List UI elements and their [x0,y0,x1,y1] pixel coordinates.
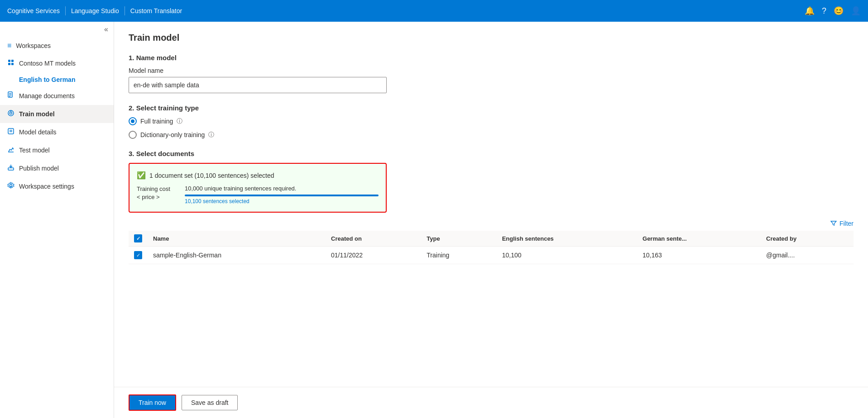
nav-divider-1 [65,6,66,15]
sidebar-item-workspaces[interactable]: ≡ Workspaces [0,37,114,54]
row-checkbox-cell[interactable]: ✓ [129,247,148,264]
sidebar-label-publish-model: Publish model [19,165,59,172]
row-checkbox[interactable]: ✓ [134,251,142,259]
sidebar-item-test-model[interactable]: Test model [0,141,114,159]
manage-documents-icon [7,91,14,100]
th-checkbox: ✓ [129,231,148,247]
training-cost-label: Training cost< price > [137,185,177,201]
filter-label: Filter [839,220,854,227]
th-german-sentences: German sente... [637,231,761,247]
radio-circle-dictionary[interactable] [129,131,137,139]
row-created-on: 01/11/2022 [326,247,421,264]
section-select-documents: 3. Select documents ✅ 1 document set (10… [129,150,854,264]
row-name: sample-English-German [148,247,326,264]
filter-button[interactable]: Filter [830,220,854,227]
row-english-sentences: 10,100 [497,247,637,264]
model-name-input[interactable] [129,77,387,93]
th-type: Type [421,231,496,247]
workspaces-icon: ≡ [7,42,11,50]
topnav-right-icons: 🔔 ? 😊 👤 [805,6,861,16]
sidebar-collapse-control[interactable]: « [0,22,114,37]
nav-divider-2 [125,6,125,15]
radio-dictionary-only[interactable]: Dictionary-only training ⓘ [129,131,854,139]
dictionary-training-info-icon[interactable]: ⓘ [208,131,214,139]
radio-circle-full[interactable] [129,117,137,125]
header-checkbox[interactable]: ✓ [134,234,142,242]
radio-full-training[interactable]: Full training ⓘ [129,117,854,125]
model-name-label: Model name [129,67,854,74]
sidebar-item-publish-model[interactable]: Publish model [0,159,114,177]
section1-title: 1. Name model [129,54,854,62]
model-details-icon [7,128,14,137]
th-name: Name [148,231,326,247]
selection-summary-box: ✅ 1 document set (10,100 sentences) sele… [129,163,387,213]
sidebar-item-english-to-german[interactable]: English to German [19,72,114,87]
documents-table: ✓ Name Created on Type English sentences… [129,231,854,264]
radio-label-dictionary: Dictionary-only training [140,131,205,138]
train-model-icon [7,109,14,119]
svg-rect-15 [8,168,14,170]
check-circle-icon: ✅ [137,171,146,180]
section-name-model: 1. Name model Model name [129,54,854,93]
brand-cognitive-services[interactable]: Cognitive Services [7,7,60,14]
nav-link-language-studio[interactable]: Language Studio [71,7,119,14]
sidebar-label-model-details: Model details [19,128,57,136]
sidebar-label-contoso-mt: Contoso MT models [19,60,76,67]
sidebar-label-workspaces: Workspaces [16,42,51,49]
sidebar-label-train-model: Train model [19,110,55,118]
row-german-sentences: 10,163 [637,247,761,264]
top-navigation: Cognitive Services Language Studio Custo… [0,0,868,22]
sidebar-label-test-model: Test model [19,147,50,154]
svg-rect-2 [8,63,10,65]
progress-bar-fill [185,195,379,196]
sidebar-label-workspace-settings: Workspace settings [19,183,74,190]
bell-icon[interactable]: 🔔 [805,6,815,16]
section-training-type: 2. Select training type Full training ⓘ … [129,104,854,139]
sidebar: « ≡ Workspaces Contoso MT models English… [0,22,114,418]
svg-rect-1 [11,60,14,62]
page-title: Train model [129,33,854,43]
sidebar-item-manage-documents[interactable]: Manage documents [0,87,114,105]
save-draft-button[interactable]: Save as draft [182,395,238,410]
feedback-icon[interactable]: 😊 [834,6,844,16]
row-created-by: @gmail.... [761,247,854,264]
sidebar-item-train-model[interactable]: Train model [0,105,114,123]
table-row: ✓ sample-English-German 01/11/2022 Train… [129,247,854,264]
training-type-radio-group: Full training ⓘ Dictionary-only training… [129,117,854,139]
full-training-info-icon[interactable]: ⓘ [177,117,182,125]
filter-icon [830,220,837,227]
sidebar-collapse-button[interactable]: « [104,25,108,33]
table-header: ✓ Name Created on Type English sentences… [129,231,854,247]
sidebar-item-contoso-mt[interactable]: Contoso MT models [0,54,114,72]
row-type: Training [421,247,496,264]
summary-text: 1 document set (10,100 sentences) select… [149,172,274,179]
user-icon[interactable]: 👤 [851,6,861,16]
sidebar-item-workspace-settings[interactable]: Workspace settings [0,177,114,195]
main-content: Train model 1. Name model Model name 2. … [114,22,868,387]
cost-detail: 10,000 unique training sentences require… [185,185,379,204]
filter-row: Filter [129,220,854,227]
sidebar-item-model-details[interactable]: Model details [0,123,114,141]
section2-title: 2. Select training type [129,104,854,112]
sidebar-label-english-to-german: English to German [19,76,75,83]
contoso-icon [7,59,14,68]
th-created-on: Created on [326,231,421,247]
publish-model-icon [7,164,14,173]
nav-link-custom-translator[interactable]: Custom Translator [130,7,182,14]
svg-point-9 [10,112,12,114]
svg-point-17 [10,185,12,187]
help-icon[interactable]: ? [822,6,826,16]
svg-rect-3 [11,63,14,65]
svg-rect-0 [8,60,10,62]
svg-rect-11 [8,128,14,134]
section3-title: 3. Select documents [129,150,854,157]
summary-header: ✅ 1 document set (10,100 sentences) sele… [137,171,379,180]
progress-bar-wrapper [185,195,379,196]
th-english-sentences: English sentences [497,231,637,247]
table-body: ✓ sample-English-German 01/11/2022 Train… [129,247,854,264]
action-bar: Train now Save as draft [114,387,868,418]
workspace-settings-icon [7,182,14,191]
th-created-by: Created by [761,231,854,247]
cost-required-text: 10,000 unique training sentences require… [185,185,379,192]
train-now-button[interactable]: Train now [129,394,176,411]
